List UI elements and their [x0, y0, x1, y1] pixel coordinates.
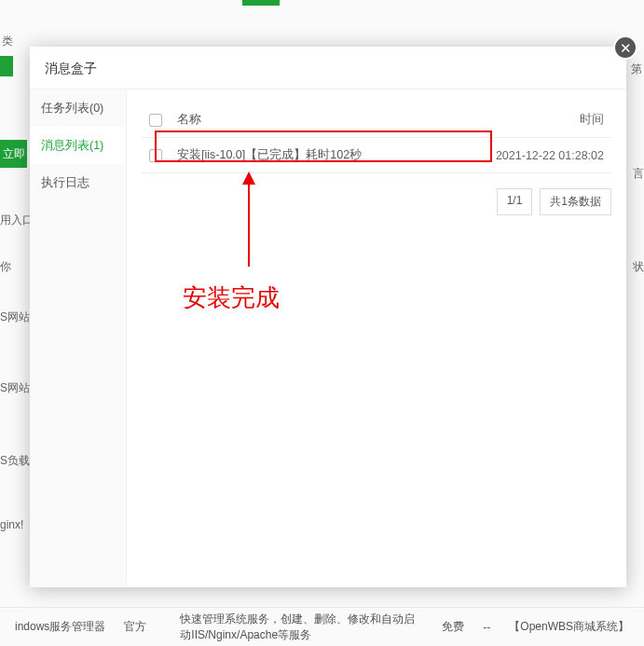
message-box-modal: ✕ 消息盒子 任务列表(0) 消息列表(1) 执行日志 名称 时间	[30, 47, 626, 587]
annotation-arrow	[248, 173, 250, 267]
modal-content: 名称 时间 安装[iis-10.0]【已完成】耗时102秒 2021-12-22…	[127, 89, 626, 587]
modal-sidebar: 任务列表(0) 消息列表(1) 执行日志	[30, 89, 127, 587]
checkbox-all[interactable]	[149, 114, 162, 127]
annotation-text: 安装完成	[183, 282, 280, 314]
close-icon[interactable]: ✕	[613, 35, 637, 60]
row-name: 安装[iis-10.0]【已完成】耗时102秒	[170, 138, 472, 173]
tab-messages[interactable]: 消息列表(1)	[30, 127, 126, 164]
pager-page[interactable]: 1/1	[497, 188, 533, 215]
modal-title: 消息盒子	[30, 47, 626, 89]
row-time: 2021-12-22 01:28:02	[472, 138, 611, 173]
tab-tasks[interactable]: 任务列表(0)	[30, 89, 126, 127]
pager: 1/1 共1条数据	[497, 188, 611, 215]
modal-overlay: ✕ 消息盒子 任务列表(0) 消息列表(1) 执行日志 名称 时间	[0, 0, 644, 646]
col-name: 名称	[170, 103, 472, 138]
table-row: 安装[iis-10.0]【已完成】耗时102秒 2021-12-22 01:28…	[142, 138, 611, 173]
message-table: 名称 时间 安装[iis-10.0]【已完成】耗时102秒 2021-12-22…	[142, 103, 611, 173]
pager-summary: 共1条数据	[540, 188, 611, 215]
col-time: 时间	[472, 103, 611, 138]
tab-logs[interactable]: 执行日志	[30, 164, 126, 201]
checkbox-row[interactable]	[149, 149, 162, 162]
